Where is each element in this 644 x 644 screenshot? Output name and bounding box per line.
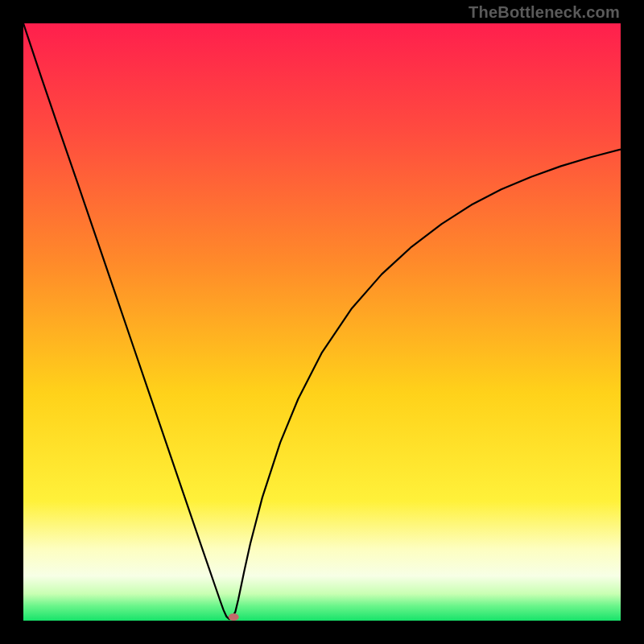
- chart-svg: [23, 23, 621, 621]
- watermark-text: TheBottleneck.com: [469, 3, 620, 22]
- chart-background: [23, 23, 621, 621]
- plot-area: [23, 23, 621, 621]
- chart-frame: TheBottleneck.com: [0, 0, 644, 644]
- optimal-point-marker: [229, 613, 239, 621]
